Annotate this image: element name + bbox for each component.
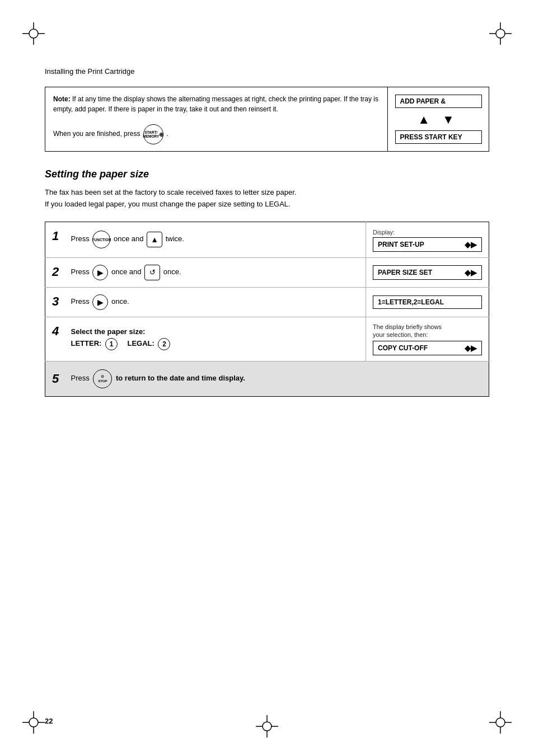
section-intro-line1: The fax has been set at the factory to s… [45, 188, 296, 196]
step-num-5: 5 [45, 361, 65, 397]
step-display-3: 1=LETTER,2=LEGAL [366, 287, 489, 317]
step-row-2: 2 Press ▶ once and ↺ once. PAPER SIZE SE… [45, 257, 489, 287]
note-text: If at any time the display shows the alt… [53, 95, 378, 113]
display-box-2: PAPER SIZE SET ◆▶ [373, 265, 482, 280]
note-finish-text: When you are finished, press [53, 130, 140, 138]
step-row-5: 5 Press ⊙STOP to return to the date and … [45, 361, 489, 397]
display-label-1: Display: [373, 229, 395, 236]
legal-button: 2 [158, 338, 170, 350]
step-num-1: 1 [45, 222, 65, 257]
display-box-1: PRINT SET-UP ◆▶ [373, 237, 482, 252]
step1-middle: once and [114, 235, 144, 243]
section-intro: The fax has been set at the factory to s… [45, 187, 489, 210]
step-row-4: 4 Select the paper size: LETTER: 1 LEGAL… [45, 317, 489, 361]
note-box-right: ADD PAPER & ▲ ▼ PRESS START KEY [388, 87, 489, 151]
nav-button-2a: ▶ [92, 265, 108, 280]
step-row-1: 1 Press FUNCTION once and ▲ twice. Displ… [45, 222, 489, 257]
step5-press: Press [71, 374, 90, 383]
search-button-2: ↺ [144, 265, 160, 280]
steps-table: 1 Press FUNCTION once and ▲ twice. Displ… [45, 222, 489, 397]
step1-press: Press [71, 235, 90, 243]
svg-point-0 [29, 29, 38, 38]
start-memory-button: START/MEMORY⊕ [143, 124, 163, 144]
step-num-3: 3 [45, 287, 65, 317]
note-period: . [166, 130, 168, 138]
step2-middle: once and [111, 267, 142, 276]
step4-options: LETTER: 1 LEGAL: 2 [71, 338, 360, 350]
page: Installing the Print Cartridge Note: If … [0, 0, 534, 756]
step1-end: twice. [166, 235, 184, 243]
step-content-3: Press ▶ once. [65, 287, 366, 317]
svg-point-5 [496, 29, 505, 38]
display-arrow-4: ◆▶ [465, 344, 477, 353]
step2-press: Press [71, 267, 90, 276]
corner-mark-tr [489, 22, 512, 45]
note-display-top: ADD PAPER & [395, 95, 482, 108]
step-num-4: 4 [45, 317, 65, 361]
display-arrow-1: ◆▶ [465, 240, 477, 249]
step4-display-note: The display briefly showsyour selection,… [373, 323, 482, 339]
corner-mark-tl [22, 22, 45, 45]
step-content-1: Press FUNCTION once and ▲ twice. [65, 222, 366, 257]
step3-end: once. [111, 297, 129, 306]
note-display-bottom: PRESS START KEY [395, 130, 482, 144]
note-box-left: Note: If at any time the display shows t… [45, 87, 388, 151]
note-box: Note: If at any time the display shows t… [45, 87, 489, 152]
svg-point-20 [263, 722, 271, 731]
corner-mark-bl [22, 711, 45, 734]
step-display-4: The display briefly showsyour selection,… [366, 317, 489, 361]
svg-point-15 [496, 718, 505, 727]
note-arrows: ▲ ▼ [418, 112, 459, 127]
note-label: Note: [53, 95, 71, 103]
step-row-3: 3 Press ▶ once. 1=LETTER,2=LEGAL [45, 287, 489, 317]
up-arrow-button-1: ▲ [147, 232, 162, 247]
function-button: FUNCTION [92, 231, 110, 248]
step4-select-label: Select the paper size: [71, 327, 360, 336]
page-header: Installing the Print Cartridge [45, 67, 489, 76]
step5-end: to return to the date and time display. [116, 374, 245, 383]
step-num-2: 2 [45, 257, 65, 287]
step-content-5: Press ⊙STOP to return to the date and ti… [65, 361, 489, 397]
step-content-4: Select the paper size: LETTER: 1 LEGAL: … [65, 317, 366, 361]
step-display-1: Display: PRINT SET-UP ◆▶ [366, 222, 489, 257]
letter-button: 1 [105, 338, 118, 350]
section-intro-line2: If you loaded legal paper, you must chan… [45, 200, 291, 208]
step2-end: once. [163, 267, 181, 276]
svg-point-10 [29, 718, 38, 727]
page-header-text: Installing the Print Cartridge [45, 67, 134, 76]
step-content-2: Press ▶ once and ↺ once. [65, 257, 366, 287]
step-display-2: PAPER SIZE SET ◆▶ [366, 257, 489, 287]
page-number: 22 [45, 717, 53, 725]
corner-mark-br [489, 711, 512, 734]
nav-button-3: ▶ [92, 294, 108, 310]
display-arrow-2: ◆▶ [465, 268, 477, 277]
section-title: Setting the paper size [45, 168, 489, 180]
display-box-4: COPY CUT-OFF ◆▶ [373, 341, 482, 355]
display-box-3: 1=LETTER,2=LEGAL [373, 295, 482, 309]
stop-button: ⊙STOP [93, 369, 112, 388]
step3-press: Press [71, 297, 90, 306]
bottom-center-mark [256, 715, 278, 739]
